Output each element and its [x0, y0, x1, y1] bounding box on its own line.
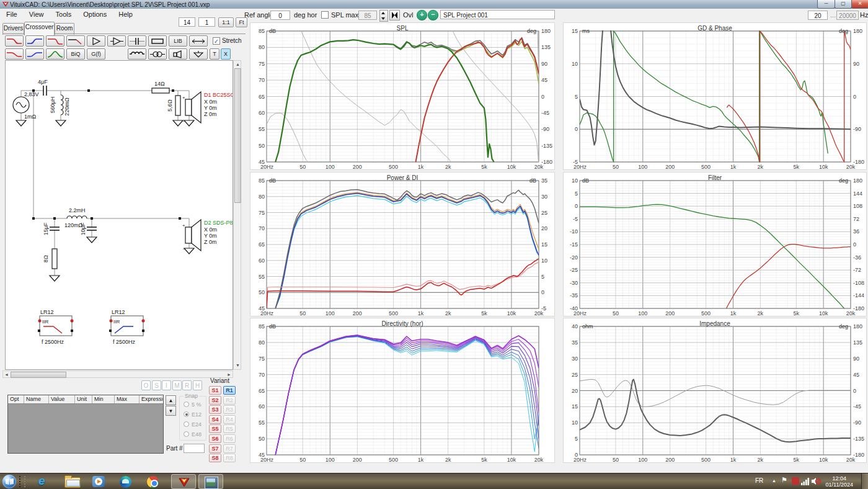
amplifier-button[interactable] [87, 35, 105, 47]
col-max[interactable]: Max [115, 395, 140, 403]
library-part-button[interactable]: LIB [169, 35, 187, 47]
variant-s8-button[interactable]: S8 [209, 454, 221, 462]
spl-max-input[interactable]: 85 [358, 11, 377, 20]
schematic-vscrollbar[interactable]: ▲ ▼ [233, 60, 241, 370]
text-tool-button[interactable]: T [210, 48, 219, 60]
variant-s4-button[interactable]: S4 [209, 415, 221, 424]
menu-view[interactable]: View [24, 9, 49, 19]
chrome-button[interactable] [141, 474, 166, 489]
tab-crossover[interactable]: Crossover [24, 22, 55, 35]
snap-e24-radio[interactable] [184, 421, 189, 427]
variant-r1-button[interactable]: R1 [223, 386, 236, 395]
snap-e12-radio[interactable] [184, 411, 189, 417]
snap-5pct-radio[interactable] [184, 402, 189, 407]
tool-m-button[interactable]: M [172, 380, 182, 390]
file-explorer-button[interactable] [60, 474, 84, 489]
variant-r2-button[interactable]: R2 [223, 396, 236, 405]
grid-size-input[interactable]: 14 [179, 17, 195, 27]
variant-r5-button[interactable]: R5 [223, 424, 236, 433]
close-button[interactable]: ✕ [851, 0, 868, 9]
col-unit[interactable]: Unit [75, 395, 92, 403]
edge-button[interactable] [114, 474, 139, 489]
variant-r3-button[interactable]: R3 [223, 405, 236, 414]
deg-hor-checkbox[interactable] [321, 11, 329, 19]
bandpass-green-button[interactable] [46, 48, 64, 60]
media-player-button[interactable] [87, 474, 112, 489]
start-button[interactable] [2, 475, 16, 488]
highpass-blue2-button[interactable] [25, 48, 44, 60]
image-viewer-button[interactable] [198, 474, 223, 489]
parameter-table[interactable]: Opt Name Value Unit Min Max Expression [7, 395, 164, 454]
variant-r6-button[interactable]: R6 [223, 434, 236, 443]
network-icon[interactable] [801, 477, 810, 485]
inductor-button[interactable] [128, 48, 146, 60]
clock[interactable]: 12:04 01/11/2024 [826, 475, 853, 488]
variant-r7-button[interactable]: R7 [223, 444, 236, 453]
buffer-button[interactable] [107, 35, 126, 47]
snap-step-input[interactable]: 1 [198, 17, 215, 27]
wire-button[interactable] [189, 35, 208, 47]
variant-r8-button[interactable]: R8 [223, 454, 236, 462]
spl-max-spinner[interactable] [379, 10, 388, 22]
components[interactable] [13, 86, 201, 281]
lowpass-red2-button[interactable] [5, 48, 24, 60]
transformer-button[interactable] [148, 48, 167, 60]
variant-s3-button[interactable]: S3 [209, 405, 221, 414]
variant-r4-button[interactable]: R4 [223, 415, 236, 424]
stretch-checkbox[interactable]: ✓ [213, 37, 220, 45]
highpass-blue-button[interactable] [25, 35, 44, 47]
lowpass2-red-button[interactable] [46, 35, 64, 47]
tool-s-button[interactable]: S [152, 380, 161, 390]
variant-s7-button[interactable]: S7 [209, 444, 221, 453]
volume-muted-icon[interactable] [812, 477, 821, 485]
part-number-input[interactable] [184, 444, 205, 453]
project-name-input[interactable]: SPL Project 001 [440, 10, 555, 19]
notification-icon[interactable] [792, 477, 799, 485]
col-name[interactable]: Name [24, 395, 49, 403]
driver-button[interactable] [169, 48, 187, 60]
zoom-1to1-button[interactable]: 1:1 [218, 17, 234, 27]
capacitor-button[interactable] [128, 35, 146, 47]
menu-file[interactable]: File [1, 9, 22, 19]
ref-angle-input[interactable]: 0 [270, 11, 290, 20]
filter-block-lowpass[interactable]: LR12 IIR f 2500Hz [38, 309, 74, 345]
col-expression[interactable]: Expression [140, 395, 163, 403]
hscroll-thumb[interactable] [11, 372, 66, 378]
overlay-add-button[interactable]: + [417, 10, 427, 20]
col-value[interactable]: Value [49, 395, 75, 403]
variant-s2-button[interactable]: S2 [209, 396, 221, 405]
shelf-filter-button[interactable] [66, 35, 85, 47]
transfer-function-button[interactable]: G(f) [87, 48, 105, 60]
internet-explorer-button[interactable]: e [32, 474, 57, 489]
action-center-icon[interactable]: ⚑ [781, 476, 787, 484]
title-bar[interactable]: VituixCAD: C:\Users\Vincent\Desktop\proj… [0, 0, 868, 9]
filter-block-highpass[interactable]: LR12 IIR f 2500Hz [109, 309, 145, 345]
language-indicator[interactable]: FR [755, 477, 763, 484]
variant-s6-button[interactable]: S6 [209, 434, 221, 443]
variant-s1-button[interactable]: S1 [209, 386, 221, 395]
vscroll-thumb[interactable] [234, 68, 241, 203]
resistor-button[interactable] [148, 35, 167, 47]
snap-e48-radio[interactable] [184, 431, 189, 437]
tray-expand-icon[interactable]: ▲ [772, 478, 776, 483]
tool-i-button[interactable]: I [162, 380, 171, 390]
menu-options[interactable]: Options [78, 9, 112, 19]
variant-s5-button[interactable]: S5 [209, 424, 221, 433]
biquad-button[interactable]: BiQ [66, 48, 85, 60]
tool-r-button[interactable]: R [182, 380, 192, 390]
schematic-canvas[interactable]: 2,83V 1mΩ 4μF 560μH 220mΩ 14Ω 5,6Ω + - D… [5, 60, 233, 370]
vituixcad-taskbar-button[interactable] [171, 474, 196, 489]
tool-o-button[interactable]: O [141, 380, 151, 390]
lowpass-red-button[interactable] [5, 35, 24, 47]
minimize-button[interactable]: ─ [817, 0, 835, 9]
maximize-button[interactable]: ▢ [835, 0, 852, 9]
select-tool-button[interactable]: X [221, 48, 231, 60]
row-up-button[interactable]: ▲ [166, 395, 176, 405]
freq-max-input[interactable]: 20000 [836, 11, 859, 20]
normalize-button[interactable] [389, 10, 400, 20]
col-opt[interactable]: Opt [8, 395, 24, 403]
freq-min-input[interactable]: 20 [808, 11, 828, 20]
ground-button[interactable] [189, 48, 208, 60]
zoom-fit-button[interactable]: Ft [236, 17, 247, 27]
schematic-hscrollbar[interactable]: ◄ ► [2, 370, 233, 378]
